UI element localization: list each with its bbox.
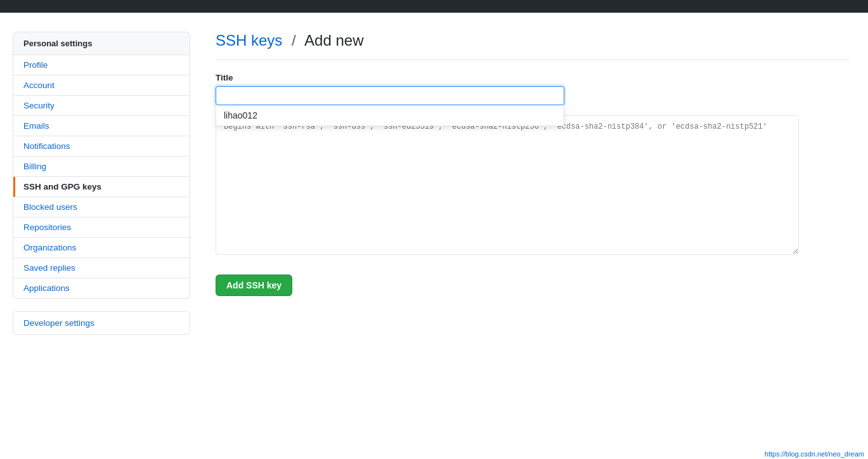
sidebar: Personal settings Profile Account Securi… bbox=[13, 32, 190, 440]
ssh-keys-link[interactable]: SSH keys bbox=[216, 32, 282, 49]
sidebar-item-billing[interactable]: Billing bbox=[13, 157, 190, 177]
page-container: Personal settings Profile Account Securi… bbox=[0, 13, 868, 459]
title-input[interactable] bbox=[216, 86, 564, 105]
sidebar-item-applications[interactable]: Applications bbox=[13, 278, 190, 298]
sidebar-item-notifications[interactable]: Notifications bbox=[13, 136, 190, 157]
page-title: SSH keys / Add new bbox=[216, 32, 849, 60]
footer-url: https://blog.csdn.net/neo_dream bbox=[761, 449, 868, 459]
add-ssh-key-button[interactable]: Add SSH key bbox=[216, 275, 292, 296]
sidebar-developer-settings: Developer settings bbox=[13, 311, 190, 335]
title-current: Add new bbox=[304, 32, 363, 49]
sidebar-section-header: Personal settings bbox=[13, 32, 190, 55]
title-field-group: Title lihao012 bbox=[216, 73, 849, 105]
sidebar-item-ssh-gpg-keys[interactable]: SSH and GPG keys bbox=[13, 177, 190, 197]
add-ssh-key-form: Title lihao012 Add SSH key bbox=[216, 73, 849, 296]
autocomplete-item-lihao012[interactable]: lihao012 bbox=[216, 105, 564, 126]
key-field-group bbox=[216, 115, 849, 257]
title-label: Title bbox=[216, 73, 849, 82]
sidebar-item-saved-replies[interactable]: Saved replies bbox=[13, 258, 190, 278]
sidebar-item-profile[interactable]: Profile bbox=[13, 55, 190, 75]
sidebar-item-repositories[interactable]: Repositories bbox=[13, 217, 190, 238]
key-textarea[interactable] bbox=[216, 115, 799, 255]
sidebar-nav: Profile Account Security Emails Notifica… bbox=[13, 55, 190, 299]
sidebar-item-security[interactable]: Security bbox=[13, 96, 190, 116]
autocomplete-dropdown: lihao012 bbox=[216, 105, 564, 126]
sidebar-item-emails[interactable]: Emails bbox=[13, 116, 190, 136]
top-navigation-bar bbox=[0, 0, 868, 13]
main-content: SSH keys / Add new Title lihao012 Add SS… bbox=[209, 32, 855, 440]
sidebar-item-organizations[interactable]: Organizations bbox=[13, 238, 190, 258]
sidebar-item-blocked-users[interactable]: Blocked users bbox=[13, 197, 190, 217]
developer-settings-link[interactable]: Developer settings bbox=[13, 312, 190, 334]
sidebar-item-account[interactable]: Account bbox=[13, 75, 190, 96]
title-separator: / bbox=[292, 32, 296, 49]
